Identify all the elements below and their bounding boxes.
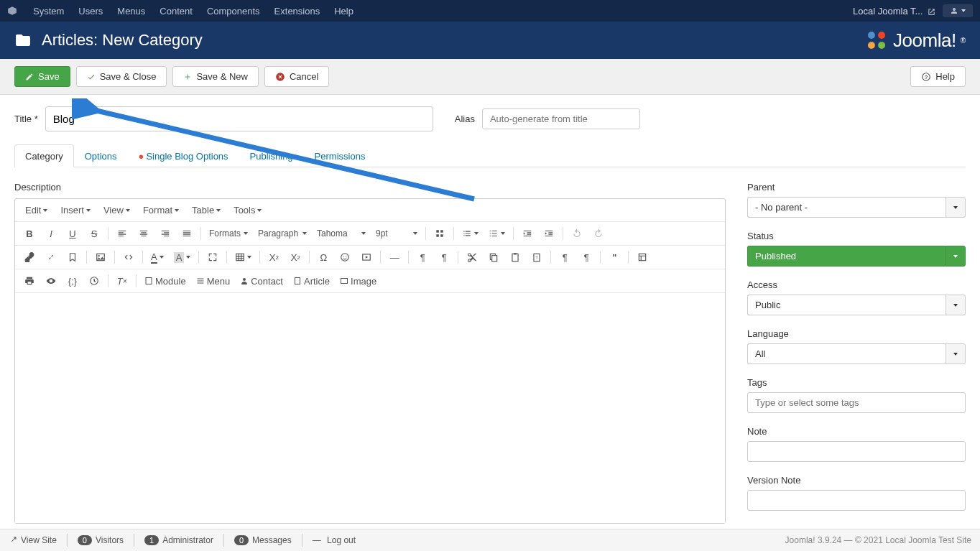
menu-extensions[interactable]: Extensions xyxy=(267,6,328,17)
align-right-icon[interactable] xyxy=(155,225,175,242)
image-button[interactable]: Image xyxy=(336,272,381,290)
styles-icon[interactable] xyxy=(430,225,450,242)
specialchar-icon[interactable]: Ω xyxy=(313,249,333,266)
menu-components[interactable]: Components xyxy=(200,6,267,17)
unlink-icon[interactable] xyxy=(41,249,61,266)
underline-icon[interactable]: U xyxy=(63,225,83,242)
outdent-icon[interactable] xyxy=(517,225,537,242)
chevron-down-icon xyxy=(946,295,966,315)
save-icon xyxy=(25,73,34,81)
access-select[interactable]: Public xyxy=(747,295,966,315)
svg-rect-22 xyxy=(146,278,152,284)
editor-menu-view[interactable]: View xyxy=(98,202,136,218)
tags-label: Tags xyxy=(747,377,966,388)
editor-menu-insert[interactable]: Insert xyxy=(55,202,96,218)
redo-icon[interactable] xyxy=(588,225,609,242)
rtl-icon[interactable]: ¶ xyxy=(434,249,454,266)
form-tabs: Category Options ●Single Blog Options Pu… xyxy=(14,144,966,167)
save-new-button[interactable]: Save & New xyxy=(172,66,259,87)
parent-select[interactable]: - No parent - xyxy=(747,197,966,218)
contact-button[interactable]: Contact xyxy=(236,272,287,290)
svg-rect-20 xyxy=(639,254,646,260)
user-menu-button[interactable] xyxy=(943,4,973,17)
showblocks-icon[interactable]: ¶ xyxy=(555,249,575,266)
status-select[interactable]: Published xyxy=(747,246,966,267)
align-left-icon[interactable] xyxy=(112,225,132,242)
media-icon[interactable] xyxy=(356,249,376,266)
undo-icon[interactable] xyxy=(567,225,587,242)
menu-help[interactable]: Help xyxy=(327,6,361,17)
copy-icon[interactable] xyxy=(484,249,504,266)
svg-rect-10 xyxy=(236,254,244,260)
tags-input[interactable] xyxy=(747,392,966,413)
preview-icon[interactable] xyxy=(41,272,61,290)
editor-content-area[interactable] xyxy=(15,293,725,523)
version-note-input[interactable] xyxy=(747,490,966,511)
ltr-icon[interactable]: ¶ xyxy=(412,249,433,266)
superscript-icon[interactable]: X2 xyxy=(285,249,305,266)
svg-point-3 xyxy=(878,42,885,49)
formats-select[interactable]: Formats xyxy=(205,227,252,240)
svg-point-11 xyxy=(341,254,349,261)
save-close-button[interactable]: Save & Close xyxy=(76,66,167,87)
save-button[interactable]: Save xyxy=(14,66,70,87)
cancel-button[interactable]: Cancel xyxy=(264,66,329,87)
emoji-icon[interactable] xyxy=(335,249,355,266)
number-list-icon[interactable] xyxy=(484,225,509,242)
image-icon[interactable] xyxy=(91,249,111,266)
align-center-icon[interactable] xyxy=(134,225,154,242)
tab-single-blog[interactable]: ●Single Blog Options xyxy=(128,144,239,167)
indent-icon[interactable] xyxy=(539,225,559,242)
paste-icon[interactable] xyxy=(505,249,525,266)
codesample-icon[interactable]: {;} xyxy=(63,272,83,290)
cut-icon[interactable] xyxy=(462,249,482,266)
tab-options[interactable]: Options xyxy=(74,144,128,167)
paragraph-select[interactable]: Paragraph xyxy=(254,227,311,240)
align-justify-icon[interactable] xyxy=(177,225,197,242)
menu-menus[interactable]: Menus xyxy=(110,6,152,17)
print-icon[interactable] xyxy=(19,272,40,290)
fontsize-select[interactable]: 9pt xyxy=(371,227,422,240)
alias-input[interactable] xyxy=(482,108,640,129)
table-icon[interactable] xyxy=(231,249,256,266)
site-name-link[interactable]: Local Joomla T... xyxy=(853,6,935,17)
quote-icon[interactable]: " xyxy=(604,249,624,266)
code-icon[interactable] xyxy=(119,249,139,266)
help-button[interactable]: ? Help xyxy=(910,66,966,87)
bookmark-icon[interactable] xyxy=(63,249,83,266)
editor-menu-tools[interactable]: Tools xyxy=(228,202,267,218)
link-icon[interactable] xyxy=(19,249,40,266)
fullscreen-icon[interactable] xyxy=(203,249,223,266)
paste-text-icon[interactable]: T xyxy=(527,249,547,266)
tab-category[interactable]: Category xyxy=(14,144,74,167)
plus-icon xyxy=(183,73,192,81)
bgcolor-icon[interactable]: A xyxy=(170,249,195,266)
bold-icon[interactable]: B xyxy=(19,225,40,242)
invisibles-icon[interactable]: ¶ xyxy=(576,249,596,266)
italic-icon[interactable]: I xyxy=(41,225,61,242)
menu-button[interactable]: Menu xyxy=(192,272,235,290)
editor-menu-format[interactable]: Format xyxy=(137,202,185,218)
module-button[interactable]: Module xyxy=(140,272,190,290)
article-button[interactable]: Article xyxy=(289,272,334,290)
menu-users[interactable]: Users xyxy=(71,6,110,17)
subscript-icon[interactable]: X2 xyxy=(264,249,284,266)
template-icon[interactable] xyxy=(632,249,652,266)
textcolor-icon[interactable]: A xyxy=(147,249,168,266)
removeformat-icon[interactable]: T× xyxy=(112,272,132,290)
tab-publishing[interactable]: Publishing xyxy=(239,144,304,167)
bullet-list-icon[interactable] xyxy=(458,225,483,242)
note-input[interactable] xyxy=(747,441,966,462)
svg-rect-24 xyxy=(295,278,300,284)
font-select[interactable]: Tahoma xyxy=(313,227,370,240)
hr-icon[interactable]: — xyxy=(384,249,405,266)
strikethrough-icon[interactable]: S xyxy=(84,225,104,242)
datetime-icon[interactable] xyxy=(84,272,104,290)
menu-system[interactable]: System xyxy=(26,6,71,17)
title-input[interactable] xyxy=(45,106,433,131)
editor-menu-edit[interactable]: Edit xyxy=(19,202,53,218)
menu-content[interactable]: Content xyxy=(152,6,200,17)
editor-menu-table[interactable]: Table xyxy=(186,202,226,218)
tab-permissions[interactable]: Permissions xyxy=(304,144,376,167)
language-select[interactable]: All xyxy=(747,343,966,364)
